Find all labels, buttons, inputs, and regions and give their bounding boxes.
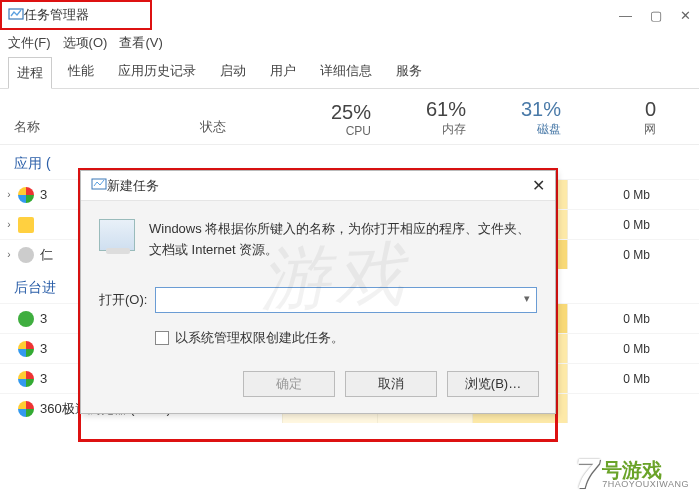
brand-number: 7 <box>575 450 598 498</box>
mem-percent: 61% <box>385 98 466 121</box>
menu-view[interactable]: 查看(V) <box>119 34 162 52</box>
tabs: 进程 性能 应用历史记录 启动 用户 详细信息 服务 <box>0 56 699 89</box>
disk-label: 磁盘 <box>480 121 561 138</box>
tab-details[interactable]: 详细信息 <box>312 56 380 88</box>
run-icon <box>99 219 135 251</box>
net-label: 网 <box>575 121 656 138</box>
cell-network: 0 Mb <box>567 210 662 239</box>
cell-network <box>567 394 662 423</box>
tab-process[interactable]: 进程 <box>8 57 52 89</box>
col-cpu[interactable]: 25% CPU <box>290 101 385 144</box>
maximize-button[interactable]: ▢ <box>650 8 662 23</box>
process-icon <box>18 311 34 327</box>
new-task-dialog: 新建任务 ✕ Windows 将根据你所键入的名称，为你打开相应的程序、文件夹、… <box>80 170 556 414</box>
cell-network: 0 Mb <box>567 364 662 393</box>
net-percent: 0 <box>575 98 656 121</box>
tab-users[interactable]: 用户 <box>262 56 304 88</box>
open-label: 打开(O): <box>99 291 147 309</box>
ok-button[interactable]: 确定 <box>243 371 335 397</box>
menubar: 文件(F) 选项(O) 查看(V) <box>0 30 699 56</box>
dialog-icon <box>91 176 107 195</box>
col-network[interactable]: 0 网 <box>575 98 670 144</box>
col-memory[interactable]: 61% 内存 <box>385 98 480 144</box>
process-icon <box>18 401 34 417</box>
cell-network: 0 Mb <box>567 180 662 209</box>
admin-label: 以系统管理权限创建此任务。 <box>175 329 344 347</box>
brand-cn: 号游戏 <box>602 460 689 480</box>
browse-button[interactable]: 浏览(B)… <box>447 371 539 397</box>
process-icon <box>18 217 34 233</box>
process-icon <box>18 371 34 387</box>
mem-label: 内存 <box>385 121 466 138</box>
disk-percent: 31% <box>480 98 561 121</box>
dialog-close-button[interactable]: ✕ <box>532 176 545 195</box>
taskmanager-icon <box>8 6 24 25</box>
tab-startup[interactable]: 启动 <box>212 56 254 88</box>
tab-services[interactable]: 服务 <box>388 56 430 88</box>
process-icon <box>18 247 34 263</box>
cell-network: 0 Mb <box>567 334 662 363</box>
minimize-button[interactable]: — <box>619 8 632 23</box>
col-disk[interactable]: 31% 磁盘 <box>480 98 575 144</box>
tab-history[interactable]: 应用历史记录 <box>110 56 204 88</box>
close-button[interactable]: ✕ <box>680 8 691 23</box>
open-combobox[interactable]: ▾ <box>155 287 537 313</box>
cell-network: 0 Mb <box>567 240 662 269</box>
expand-icon[interactable]: › <box>0 249 18 260</box>
cpu-label: CPU <box>290 124 371 138</box>
window-controls: — ▢ ✕ <box>619 8 691 23</box>
cancel-button[interactable]: 取消 <box>345 371 437 397</box>
dialog-description: Windows 将根据你所键入的名称，为你打开相应的程序、文件夹、文档或 Int… <box>149 219 537 261</box>
window-title: 任务管理器 <box>24 6 89 24</box>
brand-py: 7HAOYOUXIWANG <box>602 480 689 489</box>
col-status[interactable]: 状态 <box>200 118 290 144</box>
menu-file[interactable]: 文件(F) <box>8 34 51 52</box>
expand-icon[interactable]: › <box>0 189 18 200</box>
menu-options[interactable]: 选项(O) <box>63 34 108 52</box>
column-headers: 名称 状态 25% CPU 61% 内存 31% 磁盘 0 网 <box>0 89 699 145</box>
col-name[interactable]: 名称 <box>0 118 200 144</box>
cpu-percent: 25% <box>290 101 371 124</box>
tab-performance[interactable]: 性能 <box>60 56 102 88</box>
expand-icon[interactable]: › <box>0 219 18 230</box>
process-icon <box>18 341 34 357</box>
titlebar: 任务管理器 — ▢ ✕ <box>0 0 699 30</box>
dialog-titlebar: 新建任务 ✕ <box>81 171 555 201</box>
brand-watermark: 7 号游戏 7HAOYOUXIWANG <box>575 450 689 498</box>
dialog-title: 新建任务 <box>107 177 159 195</box>
cell-network: 0 Mb <box>567 304 662 333</box>
chevron-down-icon: ▾ <box>524 292 530 305</box>
admin-checkbox[interactable] <box>155 331 169 345</box>
process-icon <box>18 187 34 203</box>
